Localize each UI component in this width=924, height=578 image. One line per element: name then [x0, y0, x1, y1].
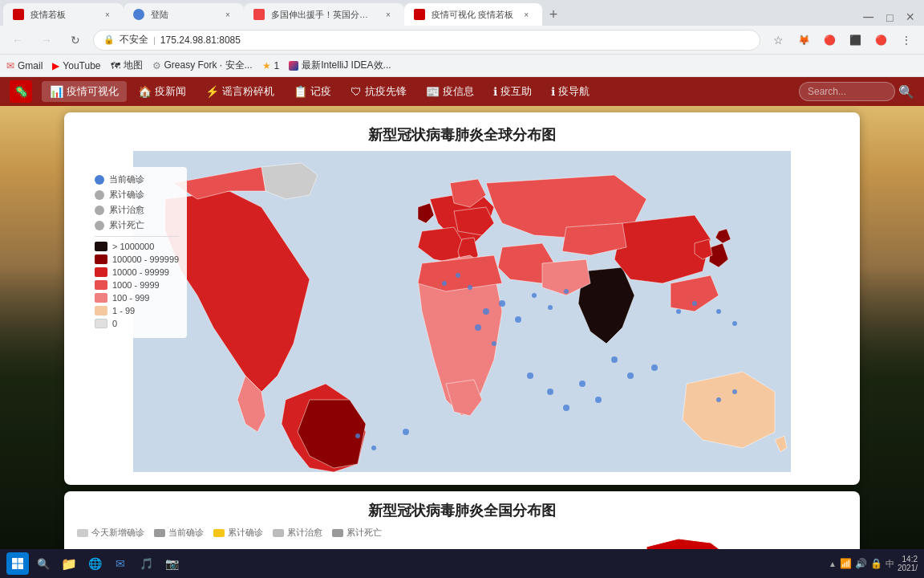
- close-button[interactable]: ×: [906, 9, 914, 26]
- tab-favicon-2: [133, 9, 144, 20]
- world-map-svg: [77, 151, 847, 472]
- tab-close-2[interactable]: ×: [221, 8, 234, 21]
- bookmark-star[interactable]: ★ 1: [262, 60, 280, 71]
- bookmark-star-button[interactable]: ☆: [767, 29, 789, 51]
- current-box: [154, 529, 165, 537]
- taskbar-browser-button[interactable]: 🌐: [83, 552, 106, 575]
- rumor-icon: ⚡: [205, 85, 219, 98]
- tray-icon-up[interactable]: ▲: [829, 560, 837, 568]
- recovered-label: 累计治愈: [287, 527, 322, 539]
- help-icon: ℹ: [493, 85, 497, 98]
- page-content: 🦠 📊 疫情可视化 🏠 疫新闻 ⚡ 谣言粉碎机 📋 记疫 🛡 抗疫先锋: [0, 77, 924, 549]
- extension-icon-2[interactable]: 🔴: [818, 29, 841, 51]
- bookmark-youtube[interactable]: ▶ YouTube: [52, 60, 100, 71]
- svg-point-2: [527, 372, 533, 379]
- svg-rect-29: [12, 558, 18, 564]
- nav-item-hero[interactable]: 🛡 抗疫先锋: [342, 81, 415, 102]
- legend-current-confirmed: 当前确诊: [95, 173, 179, 185]
- tab-3[interactable]: 多国伸出援手！英国分享"新冠... ×: [244, 3, 404, 26]
- nav-item-news[interactable]: 🏠 疫新闻: [130, 81, 194, 102]
- svg-point-19: [492, 341, 496, 346]
- bookmark-intellij[interactable]: 最新IntelliJ IDEA效...: [289, 59, 391, 72]
- tab-close-3[interactable]: ×: [382, 8, 395, 21]
- china-legend-deaths: 累计死亡: [332, 527, 382, 539]
- extension-icon-4[interactable]: 🔴: [869, 29, 892, 51]
- nav-item-visualization[interactable]: 📊 疫情可视化: [42, 81, 127, 102]
- maximize-button[interactable]: □: [886, 11, 893, 24]
- svg-point-28: [732, 389, 737, 394]
- nav-item-record[interactable]: 📋 记疫: [286, 81, 339, 102]
- world-map-card: 新型冠状病毒肺炎全球分布图: [64, 112, 860, 485]
- extension-icon-3[interactable]: ⬛: [844, 29, 866, 51]
- deaths-label: 累计死亡: [346, 527, 382, 539]
- tab-close-1[interactable]: ×: [101, 8, 114, 21]
- address-separator: |: [153, 35, 156, 45]
- taskbar-camera-button[interactable]: 📷: [160, 552, 183, 575]
- taskbar-music-button[interactable]: 🎵: [135, 552, 157, 575]
- legend-1k-10k: 1000 - 9999: [95, 280, 179, 290]
- bookmark-star-label: 1: [274, 60, 280, 71]
- forward-button[interactable]: →: [35, 29, 58, 51]
- nav-item-help[interactable]: ℹ 疫互助: [485, 81, 540, 102]
- system-clock[interactable]: 14:2 2021/: [898, 555, 918, 572]
- tab-title-3: 多国伸出援手！英国分享"新冠...: [271, 9, 375, 21]
- hero-icon: 🛡: [351, 85, 362, 98]
- search-button[interactable]: 🔍: [898, 84, 914, 100]
- clock-date: 2021/: [898, 564, 918, 572]
- svg-point-25: [456, 273, 460, 278]
- bookmark-gmail-label: Gmail: [18, 60, 43, 71]
- 100-1k-box: [95, 293, 107, 303]
- site-logo[interactable]: 🦠: [10, 80, 32, 103]
- tab-title-2: 登陆: [151, 9, 215, 21]
- taskbar-mail-button[interactable]: ✉: [109, 552, 132, 575]
- new-tab-button[interactable]: +: [542, 3, 565, 26]
- legend-10k-100k: 10000 - 99999: [95, 267, 179, 277]
- windows-start-button[interactable]: [6, 552, 29, 575]
- tab-4[interactable]: 疫情可视化 疫情若板 ×: [404, 3, 542, 26]
- back-button[interactable]: ←: [6, 29, 29, 51]
- china-legend-total: 累计确诊: [213, 527, 263, 539]
- search-area: 🔍: [799, 82, 914, 101]
- deaths-box: [332, 529, 343, 537]
- bookmark-maps[interactable]: 🗺 地图: [111, 59, 143, 72]
- svg-point-27: [716, 397, 721, 402]
- nav-label-nav: 疫导航: [558, 84, 590, 99]
- tab-title-4: 疫情可视化 疫情若板: [432, 9, 513, 21]
- nav-item-rumor[interactable]: ⚡ 谣言粉碎机: [197, 81, 282, 102]
- tab-1[interactable]: 疫情若板 ×: [3, 3, 124, 26]
- total-label: 累计确诊: [228, 527, 263, 539]
- bookmark-gmail[interactable]: ✉ Gmail: [6, 60, 43, 71]
- china-map-preview: [77, 539, 847, 549]
- zero-label: 0: [112, 319, 117, 328]
- world-map-title: 新型冠状病毒肺炎全球分布图: [77, 125, 847, 144]
- more-button[interactable]: ⋮: [895, 29, 918, 51]
- bookmark-greasy-fork[interactable]: ⚙ Greasy Fork · 安全...: [152, 59, 253, 72]
- taskbar-files-button[interactable]: 📁: [58, 552, 80, 575]
- clock-time: 14:2: [902, 555, 918, 564]
- svg-rect-31: [12, 564, 18, 570]
- nav-item-nav[interactable]: ℹ 疫导航: [543, 81, 598, 102]
- minimize-button[interactable]: ─: [863, 9, 873, 26]
- search-input[interactable]: [799, 82, 895, 101]
- maps-icon: 🗺: [111, 60, 120, 71]
- address-input-container[interactable]: 🔒 不安全 | 175.24.98.81:8085: [93, 30, 760, 51]
- legend-total-confirmed: 累计确诊: [95, 189, 179, 201]
- tray-sound-icon: 🔊: [855, 558, 867, 569]
- total-confirmed-label: 累计确诊: [109, 189, 144, 201]
- extension-icon-1[interactable]: 🦊: [792, 29, 815, 51]
- tab-2[interactable]: 登陆 ×: [124, 3, 244, 26]
- intellij-icon: [289, 61, 298, 71]
- svg-point-14: [532, 293, 537, 298]
- visualization-icon: 📊: [50, 85, 63, 98]
- current-confirmed-dot: [95, 175, 104, 185]
- map-legend: 当前确诊 累计确诊 累计治愈 累计死亡: [87, 167, 187, 338]
- logo-icon: 🦠: [14, 85, 28, 98]
- svg-rect-30: [18, 558, 24, 564]
- taskbar-search-button[interactable]: 🔍: [32, 552, 55, 575]
- 1-99-box: [95, 306, 107, 315]
- svg-point-9: [651, 364, 658, 371]
- tab-close-4[interactable]: ×: [520, 8, 533, 21]
- reload-button[interactable]: ↻: [64, 29, 87, 51]
- nav-item-info[interactable]: 📰 疫信息: [418, 81, 482, 102]
- legend-over-million: > 1000000: [95, 242, 179, 251]
